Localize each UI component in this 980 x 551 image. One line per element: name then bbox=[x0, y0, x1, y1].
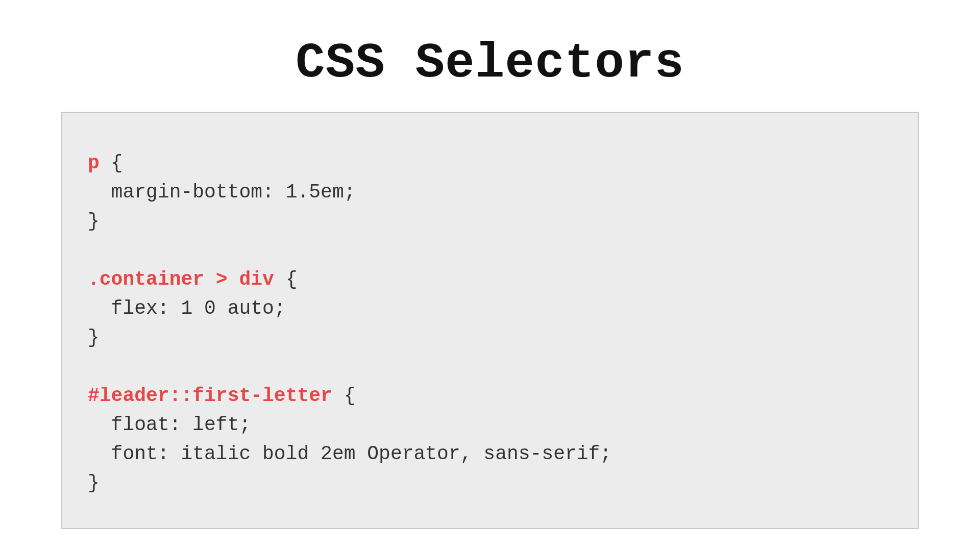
code-content: p { margin-bottom: 1.5em; } .container >… bbox=[88, 148, 892, 497]
rule-body-2: flex: 1 0 auto; bbox=[88, 297, 286, 319]
brace-open-1: { bbox=[100, 152, 123, 174]
rule-body-3a: float: left; bbox=[88, 414, 251, 436]
brace-close-2: } bbox=[88, 327, 100, 348]
brace-close-3: } bbox=[88, 472, 100, 494]
brace-close-1: } bbox=[88, 210, 100, 232]
brace-open-3: { bbox=[332, 385, 356, 407]
selector-2: .container > div bbox=[88, 268, 274, 290]
slide: CSS Selectors p { margin-bottom: 1.5em; … bbox=[0, 0, 980, 551]
selector-1: p bbox=[88, 152, 100, 174]
rule-body-1: margin-bottom: 1.5em; bbox=[88, 181, 356, 203]
slide-title: CSS Selectors bbox=[61, 36, 919, 91]
selector-3: #leader::first-letter bbox=[88, 385, 332, 407]
code-block: p { margin-bottom: 1.5em; } .container >… bbox=[61, 112, 919, 529]
rule-body-3b: font: italic bold 2em Operator, sans-ser… bbox=[88, 443, 611, 465]
brace-open-2: { bbox=[274, 268, 298, 290]
